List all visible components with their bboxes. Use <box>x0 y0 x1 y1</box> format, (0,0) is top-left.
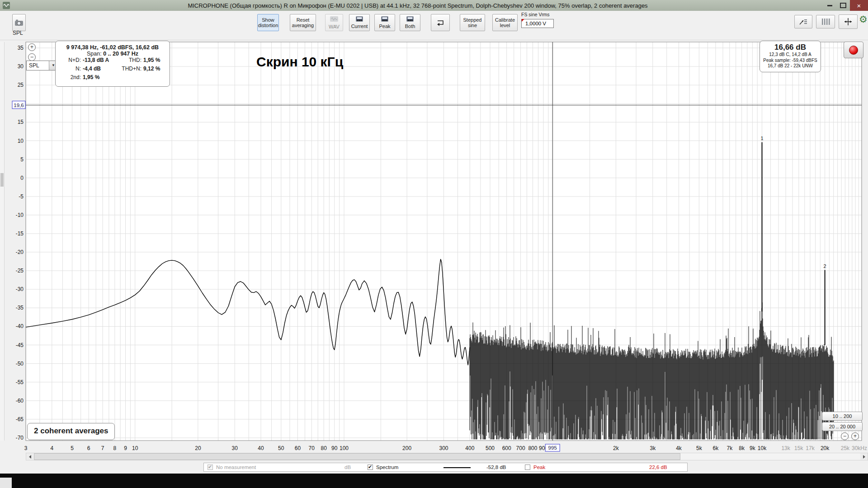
app-window: 1234567891020304050607080901002003004005… <box>0 0 868 488</box>
peak-spectrum-button[interactable]: Peak <box>374 14 395 31</box>
svg-text:6: 6 <box>87 445 90 451</box>
memory-icon <box>356 16 363 23</box>
taskbar[interactable] <box>0 474 868 488</box>
svg-text:20: 20 <box>195 445 201 451</box>
zoom-in-button[interactable]: + <box>28 43 36 51</box>
record-button[interactable] <box>844 42 863 58</box>
both-spectra-button[interactable]: Both <box>400 14 420 31</box>
peak-label: Peak <box>533 463 545 471</box>
peak-checkbox[interactable] <box>525 465 530 470</box>
right-arrow-icon <box>863 455 865 459</box>
range-10-200-button[interactable]: 10 .. 200 <box>822 412 863 421</box>
level-weighted-values: 12,3 dB C, 14,2 dB A <box>760 52 821 58</box>
peak-2-label: 2 <box>824 263 826 269</box>
range-20-20000-button[interactable]: 20 .. 20 000 <box>822 422 863 431</box>
svg-text:10: 10 <box>18 138 24 144</box>
svg-text:500: 500 <box>486 445 495 451</box>
x-zoom-out-button[interactable]: − <box>841 432 849 440</box>
close-icon: × <box>857 2 861 9</box>
x-zoom-in-button[interactable]: + <box>851 432 859 440</box>
maximize-button[interactable] <box>836 0 850 11</box>
svg-text:-5: -5 <box>19 193 24 200</box>
x-axis-labels: 3456789102030405060708090100200300400500… <box>24 445 867 451</box>
window-title: MICROPHONE (Общая громкость) R on Микроф… <box>13 2 823 9</box>
close-button[interactable]: × <box>850 0 868 11</box>
settings-gear-icon[interactable]: ⚙ <box>859 14 868 25</box>
pan-zoom-icon <box>843 17 854 26</box>
svg-text:40: 40 <box>258 445 264 451</box>
svg-text:700: 700 <box>516 445 525 451</box>
reset-averaging-button[interactable]: Reset averaging <box>290 14 316 31</box>
svg-text:-10: -10 <box>16 212 24 218</box>
calibrate-level-button[interactable]: Calibrate level <box>492 14 518 31</box>
thd-readout: THD:1,95 % <box>118 57 160 63</box>
wave-file-icon <box>330 16 339 23</box>
no-measurement-checkbox[interactable] <box>208 465 213 470</box>
svg-text:10k: 10k <box>758 445 767 451</box>
both-label: Both <box>405 23 415 29</box>
svg-text:9k: 9k <box>750 445 756 451</box>
cursor-readout-icon <box>798 18 808 26</box>
cursor-readout-line: 9 974,38 Hz, -61,02 dBFS, 16,62 dB <box>56 44 170 51</box>
svg-text:30kHz: 30kHz <box>852 445 867 451</box>
svg-text:25: 25 <box>18 82 24 88</box>
minimize-icon <box>827 5 832 6</box>
svg-text:-55: -55 <box>16 379 24 385</box>
show-distortion-button[interactable]: Show distortion <box>257 14 279 31</box>
zoom-out-button[interactable]: − <box>28 53 36 61</box>
level-main-value: 16,66 dB <box>760 43 821 52</box>
title-bar[interactable]: MICROPHONE (Общая громкость) R on Микроф… <box>0 0 868 11</box>
svg-text:-70: -70 <box>16 435 24 441</box>
grid-bars-button[interactable] <box>816 15 835 28</box>
stepped-sine-button[interactable]: Stepped sine <box>460 14 485 31</box>
cursor-readout-button[interactable] <box>794 15 812 28</box>
thdn-readout: THD+N:9,12 % <box>118 66 160 72</box>
svg-text:2k: 2k <box>613 445 619 451</box>
peak-label: Peak <box>379 23 390 29</box>
fs-sine-label: FS sine Vrms <box>521 12 550 17</box>
minimize-button[interactable] <box>823 0 836 11</box>
scroll-right-button[interactable] <box>860 453 868 460</box>
maximize-icon <box>840 3 846 8</box>
current-spectrum-button[interactable]: Current <box>349 14 370 31</box>
svg-text:3k: 3k <box>650 445 656 451</box>
plot-heading: Скрин 10 кГц <box>256 54 343 70</box>
unit-select[interactable]: SPL ▼ <box>26 61 58 70</box>
svg-text:-15: -15 <box>16 230 24 237</box>
horizontal-scrollbar-thumb[interactable] <box>34 453 680 460</box>
svg-text:7: 7 <box>101 445 104 451</box>
taskbar-app-button[interactable] <box>0 478 12 488</box>
svg-text:4k: 4k <box>676 445 682 451</box>
level-info-box: 16,66 dB 12,3 dB C, 14,2 dB A Peak sampl… <box>760 41 821 72</box>
cursor-y-value: 19,6 <box>14 103 24 108</box>
spectrum-checkbox[interactable] <box>368 465 373 470</box>
peak-value: 22,6 dB <box>649 463 667 471</box>
scroll-left-button[interactable] <box>26 453 33 460</box>
svg-text:80: 80 <box>321 445 327 451</box>
vertical-scrollbar[interactable] <box>0 42 5 441</box>
fs-sine-input[interactable] <box>521 19 554 28</box>
svg-text:60: 60 <box>295 445 301 451</box>
svg-text:5: 5 <box>20 156 24 163</box>
horizontal-scrollbar[interactable] <box>26 453 868 460</box>
memory-icon <box>406 16 414 23</box>
svg-text:70: 70 <box>309 445 315 451</box>
svg-text:-50: -50 <box>16 361 24 367</box>
screenshot-button[interactable] <box>12 14 26 31</box>
svg-text:10: 10 <box>132 445 138 451</box>
svg-text:7k: 7k <box>726 445 733 451</box>
fs-input-flag <box>522 19 524 22</box>
svg-text:-20: -20 <box>16 249 24 255</box>
svg-text:8: 8 <box>113 445 117 451</box>
memory-icon <box>381 16 388 23</box>
svg-text:4: 4 <box>50 445 53 451</box>
wav-button[interactable]: WAV <box>325 14 343 31</box>
n-readout: N:-4,4 dB <box>60 66 101 72</box>
loop-generator-button[interactable] <box>431 14 450 31</box>
cursor-x-value: 995 <box>548 445 557 450</box>
pan-zoom-button[interactable] <box>839 14 858 29</box>
vertical-scrollbar-thumb[interactable] <box>0 173 4 187</box>
y-axis-unit-label: SPL <box>13 30 23 36</box>
svg-text:13k: 13k <box>781 445 790 451</box>
bars-icon <box>821 18 830 26</box>
